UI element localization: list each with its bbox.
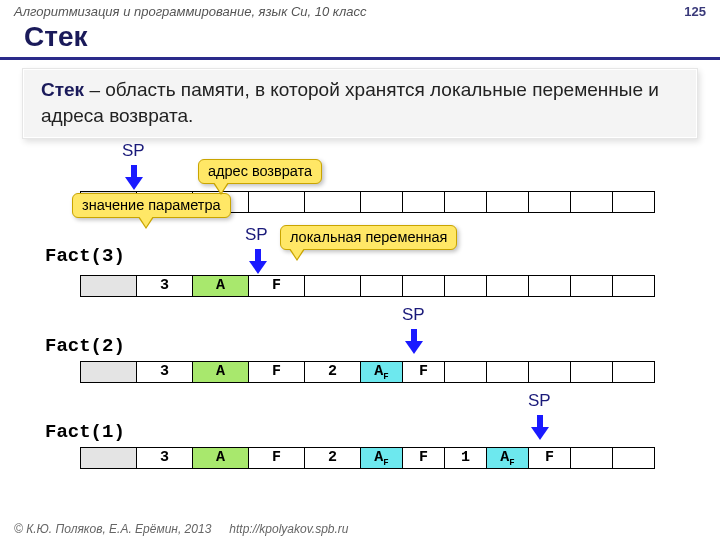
callout-local: локальная переменная — [280, 225, 457, 250]
sp-label-3: SP — [528, 391, 551, 411]
copyright: © К.Ю. Поляков, Е.А. Ерёмин, 2013 — [14, 522, 211, 536]
page-title: Стек — [0, 19, 720, 60]
sp-label-1: SP — [245, 225, 268, 245]
stack-strip-2: 3 A F 2 AF F — [80, 361, 655, 383]
sp-label-0: SP — [122, 141, 145, 161]
sp-label-2: SP — [402, 305, 425, 325]
callout-param: значение параметра — [72, 193, 231, 218]
cell-F: F — [248, 275, 304, 297]
footer-url: http://kpolyakov.spb.ru — [229, 522, 348, 536]
callout-ret: адрес возврата — [198, 159, 322, 184]
footer: © К.Ю. Поляков, Е.А. Ерёмин, 2013 http:/… — [0, 518, 720, 540]
page-number: 125 — [684, 4, 706, 19]
cell-A: A — [192, 275, 248, 297]
definition-text: – область памяти, в которой хранятся лок… — [41, 79, 659, 126]
course-label: Алгоритмизация и программирование, язык … — [14, 4, 367, 19]
definition-term: Стек — [41, 79, 84, 100]
definition-box: Стек – область памяти, в которой хранятс… — [22, 68, 698, 139]
call-label-2: Fact(2) — [45, 335, 125, 357]
call-label-3: Fact(3) — [45, 245, 125, 267]
cell-AF: AF — [360, 361, 402, 383]
stack-strip-3: 3 A F 2 AF F 1 AF F — [80, 447, 655, 469]
call-label-1: Fact(1) — [45, 421, 125, 443]
stack-strip-1: 3 A F — [80, 275, 655, 297]
cell-3: 3 — [136, 275, 192, 297]
diagram-stage: SP значение параметра адрес возврата лок… — [50, 145, 690, 515]
